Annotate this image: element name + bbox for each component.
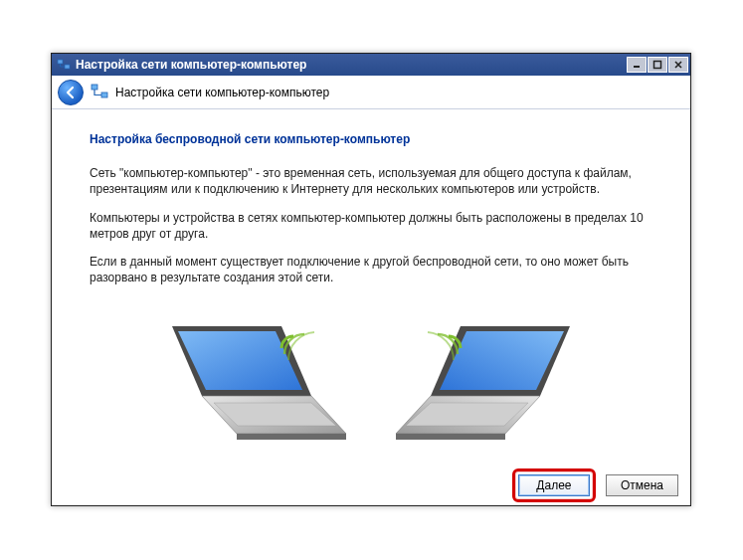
titlebar[interactable]: Настройка сети компьютер-компьютер [52, 54, 690, 76]
laptop-right-icon [391, 316, 600, 466]
maximize-button[interactable] [648, 57, 667, 73]
titlebar-app-icon [56, 57, 72, 73]
content-paragraph-3: Если в данный момент существует подключе… [90, 254, 652, 285]
content-paragraph-1: Сеть "компьютер-компьютер" - это временн… [90, 165, 652, 197]
svg-rect-0 [58, 60, 63, 64]
next-button-highlight: Далее [512, 468, 596, 502]
content-heading: Настройка беспроводной сети компьютер-ко… [90, 131, 652, 147]
svg-rect-5 [101, 93, 107, 97]
svg-rect-3 [654, 62, 661, 69]
footer-buttons: Далее Отмена [52, 466, 690, 505]
wizard-window: Настройка сети компьютер-компьютер Настр… [51, 53, 691, 506]
minimize-button[interactable] [627, 57, 647, 73]
svg-marker-14 [396, 434, 505, 440]
svg-rect-4 [92, 85, 97, 90]
illustration [52, 306, 690, 466]
svg-rect-1 [65, 65, 70, 69]
content-paragraph-2: Компьютеры и устройства в сетях компьюте… [90, 210, 652, 242]
next-button[interactable]: Далее [518, 474, 590, 496]
laptop-left-icon [142, 316, 351, 466]
header-title: Настройка сети компьютер-компьютер [115, 86, 329, 99]
titlebar-title: Настройка сети компьютер-компьютер [76, 58, 626, 72]
content-area: Настройка беспроводной сети компьютер-ко… [52, 109, 690, 466]
close-button[interactable] [668, 57, 688, 73]
cancel-button[interactable]: Отмена [606, 474, 678, 496]
svg-marker-9 [237, 434, 346, 440]
header-bar: Настройка сети компьютер-компьютер [52, 76, 690, 109]
network-icon [90, 84, 109, 101]
back-button[interactable] [58, 80, 84, 105]
